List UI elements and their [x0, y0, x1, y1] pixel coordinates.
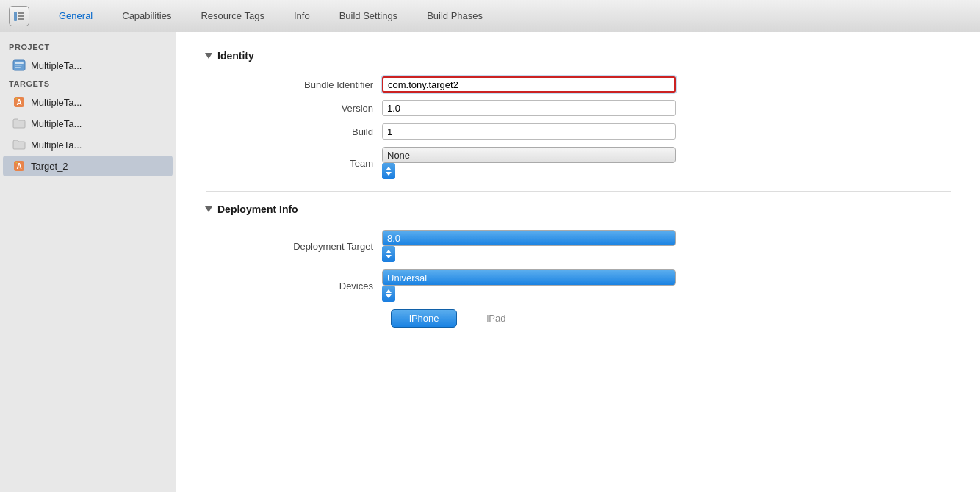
build-input[interactable] — [382, 123, 676, 140]
build-label: Build — [250, 126, 382, 137]
app-icon-1: A — [12, 95, 26, 109]
target-1-label: MultipleTa... — [31, 97, 82, 108]
deployment-section-title: Deployment Info — [217, 203, 298, 215]
svg-rect-1 — [18, 12, 24, 14]
team-select[interactable]: None — [382, 147, 676, 163]
sidebar: PROJECT MultipleTa... TARGETS A — [0, 32, 176, 492]
version-label: Version — [250, 103, 382, 114]
tab-navigation: General Capabilities Resource Tags Info … — [44, 6, 971, 26]
target-2-label: MultipleTa... — [31, 118, 82, 129]
version-row: Version — [250, 100, 951, 116]
target-3-label: MultipleTa... — [31, 140, 82, 151]
devices-arrow-down — [386, 294, 392, 298]
bundle-identifier-label: Bundle Identifier — [250, 79, 382, 90]
tab-capabilities[interactable]: Capabilities — [107, 6, 186, 26]
deployment-target-select[interactable]: 8.0 9.0 10.0 — [382, 230, 676, 246]
identity-section-header: Identity — [206, 50, 951, 62]
devices-row: Devices Universal iPhone iPad — [250, 269, 951, 302]
project-item-label: MultipleTa... — [31, 60, 82, 71]
version-input[interactable] — [382, 100, 676, 116]
devices-select[interactable]: Universal iPhone iPad — [382, 269, 676, 286]
identity-collapse-icon[interactable] — [205, 53, 212, 59]
deployment-target-arrow-down — [386, 255, 392, 258]
deployment-target-row: Deployment Target 8.0 9.0 10.0 — [250, 230, 951, 262]
svg-text:A: A — [16, 98, 21, 106]
team-arrow-up — [386, 167, 392, 170]
svg-line-13 — [16, 162, 17, 163]
tab-general[interactable]: General — [44, 6, 107, 26]
main-layout: PROJECT MultipleTa... TARGETS A — [0, 32, 980, 492]
svg-rect-3 — [18, 18, 24, 20]
sidebar-item-target-2[interactable]: MultipleTa... — [3, 113, 173, 134]
svg-rect-0 — [14, 12, 17, 21]
identity-section-title: Identity — [217, 50, 254, 62]
folder-icon-1 — [12, 116, 26, 131]
tab-resource-tags[interactable]: Resource Tags — [186, 6, 278, 26]
sidebar-item-project[interactable]: MultipleTa... — [3, 55, 173, 76]
device-buttons-row: iPhone iPad — [391, 309, 951, 328]
svg-rect-7 — [15, 67, 21, 68]
tab-info[interactable]: Info — [279, 6, 325, 26]
deployment-target-select-wrap: 8.0 9.0 10.0 — [382, 230, 676, 262]
team-row: Team None — [250, 147, 951, 179]
iphone-button[interactable]: iPhone — [391, 309, 457, 328]
team-select-wrap: None — [382, 147, 676, 179]
devices-label: Devices — [250, 281, 382, 292]
deployment-form: Deployment Target 8.0 9.0 10.0 Devices — [250, 230, 951, 328]
deployment-section-header: Deployment Info — [206, 203, 951, 215]
toolbar: General Capabilities Resource Tags Info … — [0, 0, 980, 32]
team-label: Team — [250, 158, 382, 169]
section-divider — [206, 191, 951, 192]
svg-text:A: A — [16, 162, 21, 170]
folder-icon-2 — [12, 137, 26, 152]
deployment-target-select-arrows — [382, 246, 395, 262]
svg-rect-6 — [15, 65, 22, 66]
svg-rect-2 — [18, 15, 24, 17]
sidebar-toggle-button[interactable] — [9, 6, 29, 26]
devices-select-wrap: Universal iPhone iPad — [382, 269, 676, 302]
ipad-button[interactable]: iPad — [469, 310, 523, 327]
identity-form: Bundle Identifier Version Build Team Non… — [250, 76, 951, 179]
target-4-label: Target_2 — [31, 161, 68, 172]
app-icon-2: A — [12, 159, 26, 173]
tab-build-phases[interactable]: Build Phases — [412, 6, 497, 26]
team-select-arrows — [382, 163, 395, 179]
devices-select-arrows — [382, 286, 395, 302]
sidebar-item-target-4[interactable]: A Target_2 — [3, 156, 173, 176]
deployment-target-label: Deployment Target — [250, 241, 382, 252]
team-arrow-down — [386, 172, 392, 176]
deployment-target-arrow-up — [386, 250, 392, 253]
build-row: Build — [250, 123, 951, 140]
content-area: Identity Bundle Identifier Version Build… — [176, 32, 980, 492]
bundle-identifier-input[interactable] — [382, 76, 676, 93]
targets-section-label: TARGETS — [0, 76, 176, 91]
deployment-collapse-icon[interactable] — [205, 206, 212, 212]
tab-build-settings[interactable]: Build Settings — [325, 6, 413, 26]
devices-arrow-up — [386, 289, 392, 293]
svg-line-10 — [16, 98, 17, 99]
project-section-label: PROJECT — [0, 40, 176, 54]
sidebar-item-target-1[interactable]: A MultipleTa... — [3, 92, 173, 112]
bundle-identifier-row: Bundle Identifier — [250, 76, 951, 93]
project-icon — [12, 58, 26, 73]
sidebar-item-target-3[interactable]: MultipleTa... — [3, 134, 173, 155]
svg-rect-5 — [15, 62, 24, 64]
